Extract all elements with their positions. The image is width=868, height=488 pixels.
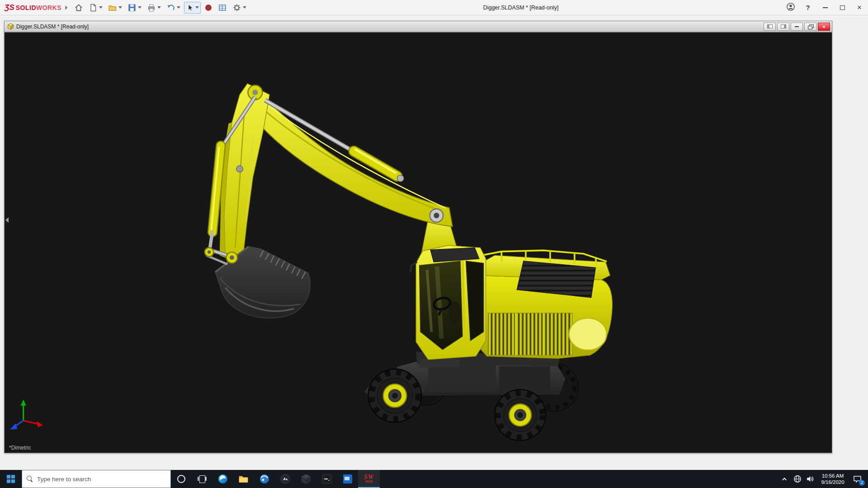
action-center-button[interactable]: 2: [849, 470, 865, 488]
save-icon: [127, 3, 137, 12]
new-document-button[interactable]: [87, 1, 104, 14]
edge-icon: [217, 474, 228, 484]
select-tool-button[interactable]: [184, 2, 201, 14]
undo-button[interactable]: [165, 1, 182, 14]
task-view-button[interactable]: [192, 470, 212, 488]
minimize-button[interactable]: [816, 0, 834, 15]
minimize-icon: [823, 7, 828, 8]
edge-button[interactable]: [212, 470, 233, 488]
system-tray: 10:56 AM 9/16/2020 2: [778, 470, 868, 488]
record-macro-button[interactable]: [203, 2, 214, 14]
print-icon: [147, 3, 156, 12]
previous-document-button[interactable]: [764, 23, 776, 31]
window-tile-right-icon: [781, 24, 786, 28]
new-document-icon: [89, 3, 98, 12]
new-document-dropdown-icon[interactable]: [99, 6, 103, 9]
print-button[interactable]: [145, 1, 163, 14]
terminal-app-button[interactable]: [316, 470, 337, 488]
featuremanager-collapse-arrow[interactable]: [5, 217, 9, 223]
taskbar-search[interactable]: [22, 470, 171, 488]
view-orientation-label: *Dimetric: [9, 445, 31, 451]
close-icon: ×: [857, 3, 862, 12]
open-button[interactable]: [106, 1, 124, 14]
evaluate-button[interactable]: [216, 1, 229, 14]
windows-logo-icon: [7, 475, 15, 483]
doc-minimize-icon: [795, 26, 799, 27]
graphics-viewport[interactable]: *Dimetric: [5, 32, 832, 453]
doc-close-button[interactable]: ×: [818, 23, 830, 31]
open-dropdown-icon[interactable]: [118, 6, 122, 9]
open-folder-icon: [108, 3, 117, 12]
document-window: Digger.SLDASM * [Read-only] ×: [4, 21, 832, 453]
file-explorer-button[interactable]: [233, 470, 254, 488]
network-globe-icon: [793, 475, 802, 483]
assembly-document-icon: [7, 23, 14, 30]
window-tile-left-icon: [767, 24, 773, 28]
task-view-icon: [198, 475, 207, 483]
home-button[interactable]: [72, 1, 85, 14]
cortana-icon: [177, 475, 185, 483]
maximize-icon: [840, 5, 845, 10]
blue-window-app-button[interactable]: [337, 470, 358, 488]
cab: [410, 245, 486, 360]
browser-globe-icon: [259, 474, 270, 484]
close-button[interactable]: ×: [851, 0, 868, 15]
undo-icon: [166, 3, 175, 12]
select-cursor-icon: [186, 4, 194, 12]
notification-badge: 2: [859, 480, 865, 486]
home-icon: [74, 3, 83, 12]
browser-button[interactable]: [254, 470, 275, 488]
save-button[interactable]: [126, 1, 143, 14]
help-icon: ?: [806, 4, 810, 11]
maximize-button[interactable]: [834, 0, 851, 15]
next-document-button[interactable]: [777, 23, 789, 31]
media-app-icon: [280, 474, 291, 484]
record-macro-icon: [204, 4, 212, 12]
account-button[interactable]: [782, 0, 799, 15]
rear-wheel: [495, 389, 546, 441]
doc-restore-icon: [808, 24, 813, 28]
cad-cube-app-button[interactable]: [296, 470, 316, 488]
options-button[interactable]: [231, 1, 248, 14]
doc-close-icon: ×: [822, 24, 825, 29]
solidworks-taskbar-button[interactable]: SW 2020: [358, 470, 380, 488]
excavator-model[interactable]: [5, 33, 832, 453]
design-table-icon: [218, 3, 227, 12]
help-button[interactable]: ?: [799, 0, 816, 15]
solidworks-icon: SW: [364, 474, 374, 480]
doc-restore-button[interactable]: [804, 23, 816, 31]
select-dropdown-icon[interactable]: [195, 6, 199, 9]
taskbar: SW 2020 10:56 AM 9/16/2020 2: [0, 470, 868, 488]
chevron-up-icon: [782, 477, 787, 482]
engine-body: [476, 250, 613, 358]
ds-logo-mark: ƷS: [5, 3, 14, 12]
app-window-controls: ? ×: [782, 0, 868, 15]
save-dropdown-icon[interactable]: [138, 6, 142, 9]
media-app-button[interactable]: [275, 470, 296, 488]
document-titlebar[interactable]: Digger.SLDASM * [Read-only] ×: [5, 21, 832, 32]
taskbar-clock[interactable]: 10:56 AM 9/16/2020: [816, 473, 849, 485]
file-explorer-icon: [239, 474, 249, 483]
volume-button[interactable]: [804, 470, 816, 488]
quick-access-toolbar: [72, 1, 248, 14]
gear-icon: [232, 3, 241, 12]
options-dropdown-icon[interactable]: [243, 6, 246, 9]
undo-dropdown-icon[interactable]: [177, 6, 180, 9]
terminal-icon: [322, 474, 332, 484]
speaker-icon: [806, 475, 814, 483]
doc-minimize-button[interactable]: [791, 23, 803, 31]
account-icon: [786, 2, 795, 13]
search-input[interactable]: [37, 476, 150, 483]
blue-window-icon: [343, 474, 353, 484]
solidworks-logo: ƷS SOLID WORKS: [5, 3, 61, 12]
start-button[interactable]: [0, 470, 22, 488]
orientation-triad[interactable]: [10, 399, 42, 429]
clock-date: 9/16/2020: [816, 479, 849, 485]
tray-overflow-button[interactable]: [778, 470, 791, 488]
network-button[interactable]: [791, 470, 804, 488]
menu-expand-arrow-icon[interactable]: [65, 5, 68, 10]
app-title: Digger.SLDASM * [Read-only]: [483, 5, 559, 11]
cortana-button[interactable]: [171, 470, 192, 488]
print-dropdown-icon[interactable]: [157, 6, 161, 9]
search-icon: [27, 476, 33, 482]
